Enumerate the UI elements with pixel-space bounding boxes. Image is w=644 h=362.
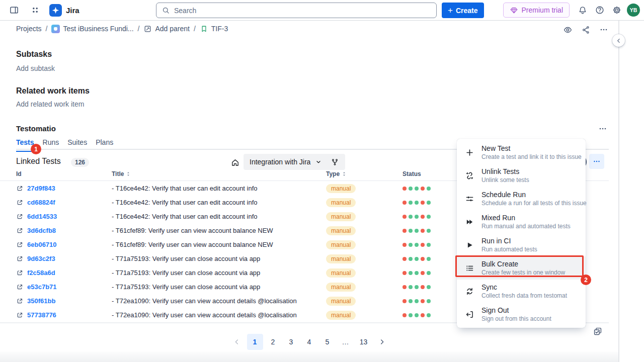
test-id-link[interactable]: 9d63c2f3 xyxy=(27,255,55,262)
menu-item-new-test[interactable]: New TestCreate a test and link it it to … xyxy=(457,141,586,164)
issue-more-button[interactable] xyxy=(596,23,612,37)
list-icon xyxy=(465,263,474,273)
test-title: - T61cfef89: Verify user can view accoun… xyxy=(112,227,326,234)
help-button[interactable] xyxy=(593,3,607,17)
tab-suites[interactable]: Suites xyxy=(67,138,87,152)
app-switcher-button[interactable] xyxy=(28,3,42,17)
settings-button[interactable] xyxy=(610,3,624,17)
test-title: - T16ce4e42: Verify that user can edit a… xyxy=(112,199,326,206)
external-link-icon xyxy=(16,213,24,220)
jira-logo-icon xyxy=(49,4,62,17)
sign-out-icon xyxy=(465,310,474,319)
external-link-icon xyxy=(16,297,24,305)
breadcrumb-issue-key[interactable]: TIF-3 xyxy=(200,25,228,33)
more-icon xyxy=(599,25,609,35)
external-link-icon xyxy=(16,199,24,206)
notifications-button[interactable] xyxy=(576,3,590,17)
testomatio-more-button[interactable] xyxy=(596,123,610,134)
test-id-link[interactable]: 6eb06710 xyxy=(27,241,57,248)
status-dots xyxy=(403,201,431,205)
share-button[interactable] xyxy=(578,23,594,37)
breadcrumb: Projects / Test iBusiness Fundi... / Add… xyxy=(0,21,618,37)
breadcrumb-project[interactable]: Test iBusiness Fundi... xyxy=(51,25,133,33)
type-badge: manual xyxy=(326,240,356,249)
more-icon xyxy=(592,157,601,166)
menu-item-mixed-run[interactable]: Mixed RunRun manual and automated tests xyxy=(457,210,586,233)
menu-item-bulk-create[interactable]: Bulk CreateCreate few tests in one windo… xyxy=(457,256,586,280)
home-button[interactable] xyxy=(228,155,242,169)
sidebar-panel-icon xyxy=(9,5,19,15)
search-input[interactable] xyxy=(174,7,431,15)
status-dots xyxy=(403,243,431,247)
add-related-work-item-button[interactable]: Add related work item xyxy=(16,100,84,108)
test-id-link[interactable]: cd68824f xyxy=(27,199,55,206)
test-id-link[interactable]: 27d9f843 xyxy=(27,185,55,192)
add-subtask-button[interactable]: Add subtask xyxy=(16,64,55,72)
bulk-select-button[interactable] xyxy=(592,325,604,337)
status-dots xyxy=(403,229,431,233)
edit-icon xyxy=(143,25,152,33)
test-title: - T61cfef89: Verify user can view accoun… xyxy=(112,241,326,248)
breadcrumb-projects[interactable]: Projects xyxy=(16,25,42,33)
type-badge: manual xyxy=(326,297,356,306)
plus-icon xyxy=(465,148,474,157)
page-footer-band xyxy=(0,351,644,362)
app-grid-icon xyxy=(30,5,40,15)
status-dots xyxy=(403,257,431,261)
pagination-page-4[interactable]: 4 xyxy=(301,334,317,350)
menu-item-sync[interactable]: SyncCollect fresh data from testomat xyxy=(457,280,586,303)
column-header-id[interactable]: Id xyxy=(16,170,112,177)
type-badge: manual xyxy=(326,283,356,292)
add-parent-button[interactable]: Add parent xyxy=(143,25,190,33)
watch-button[interactable] xyxy=(559,23,576,37)
external-link-icon xyxy=(16,255,24,262)
type-badge: manual xyxy=(326,311,356,320)
home-icon xyxy=(230,158,240,167)
test-title: - T71a75193: Verify user can close accou… xyxy=(112,283,326,291)
tests-actions-more-button[interactable] xyxy=(589,154,604,169)
jira-brand[interactable]: Jira xyxy=(49,4,79,17)
menu-item-sign-out[interactable]: Sign OutSign out from this account xyxy=(457,303,586,326)
chevron-right-icon xyxy=(378,338,386,346)
pagination-next-button[interactable] xyxy=(374,334,390,350)
test-id-link[interactable]: e53c7b71 xyxy=(27,283,57,291)
premium-trial-button[interactable]: Premium trial xyxy=(503,3,570,18)
sort-icon xyxy=(126,171,131,176)
sidebar-toggle-button[interactable] xyxy=(7,3,21,17)
pagination-page-1[interactable]: 1 xyxy=(247,334,263,350)
subtasks-heading: Subtasks xyxy=(16,50,52,59)
pagination-prev-button[interactable] xyxy=(229,334,245,350)
column-header-title[interactable]: Title xyxy=(112,170,326,177)
menu-item-schedule-run[interactable]: Schedule RunSchedule a run for all tests… xyxy=(457,187,586,210)
tab-plans[interactable]: Plans xyxy=(96,138,113,152)
more-icon xyxy=(598,124,608,134)
user-avatar[interactable]: YB xyxy=(627,4,640,17)
issue-actions xyxy=(559,23,612,37)
jira-page: Jira + Create Premium trial YB Projects … xyxy=(0,0,644,362)
test-id-link[interactable]: 6dd14533 xyxy=(27,213,57,220)
external-link-icon xyxy=(16,241,24,248)
project-selector-dropdown[interactable]: Integration with Jira xyxy=(244,154,345,170)
bell-icon xyxy=(578,5,588,15)
eye-icon xyxy=(563,25,573,35)
test-title: - T16ce4e42: Verify that user can edit a… xyxy=(112,213,326,220)
create-button[interactable]: + Create xyxy=(442,3,484,18)
test-title: - T71a75193: Verify user can close accou… xyxy=(112,255,326,262)
tab-runs[interactable]: Runs xyxy=(43,138,59,152)
pagination-page-5[interactable]: 5 xyxy=(319,334,336,350)
test-id-link[interactable]: 57738776 xyxy=(27,311,56,319)
pagination-page-2[interactable]: 2 xyxy=(265,334,281,350)
pagination-page-13[interactable]: 13 xyxy=(356,334,372,350)
menu-item-run-in-ci[interactable]: Run in CIRun automated tests xyxy=(457,233,586,256)
top-navigation-bar: Jira + Create Premium trial YB xyxy=(0,0,644,21)
global-search[interactable] xyxy=(156,3,437,18)
column-header-type[interactable]: Type xyxy=(326,170,403,177)
external-link-icon xyxy=(16,269,24,277)
test-id-link[interactable]: 3d6dcfb8 xyxy=(27,227,56,234)
pagination-page-3[interactable]: 3 xyxy=(283,334,299,350)
menu-item-unlink-tests[interactable]: Unlink TestsUnlink some tests xyxy=(457,164,586,187)
test-id-link[interactable]: f2c58a6d xyxy=(27,269,55,277)
test-id-link[interactable]: 350f61bb xyxy=(27,297,55,305)
collapse-panel-button[interactable] xyxy=(612,34,625,47)
test-title: - T71a75193: Verify user can close accou… xyxy=(112,269,326,277)
